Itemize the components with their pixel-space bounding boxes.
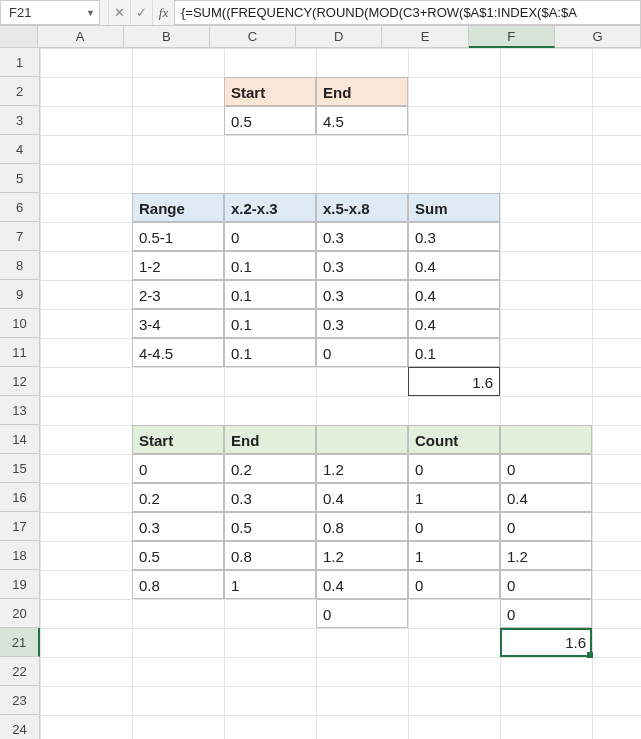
cell-E7[interactable]: 0.3: [408, 222, 500, 251]
cell-B15[interactable]: 0: [132, 454, 224, 483]
cell-E11[interactable]: 0.1: [408, 338, 500, 367]
row-header-15[interactable]: 15: [0, 454, 40, 483]
cell-C17[interactable]: 0.5: [224, 512, 316, 541]
cell-B7[interactable]: 0.5-1: [132, 222, 224, 251]
cell-F15[interactable]: 0: [500, 454, 592, 483]
cell-D8[interactable]: 0.3: [316, 251, 408, 280]
row-header-19[interactable]: 19: [0, 570, 40, 599]
row-header-3[interactable]: 3: [0, 106, 40, 135]
row-header-12[interactable]: 12: [0, 367, 40, 396]
cell-C11[interactable]: 0.1: [224, 338, 316, 367]
row-header-8[interactable]: 8: [0, 251, 40, 280]
row-header-7[interactable]: 7: [0, 222, 40, 251]
row-header-4[interactable]: 4: [0, 135, 40, 164]
cell-D17[interactable]: 0.8: [316, 512, 408, 541]
row-header-22[interactable]: 22: [0, 657, 40, 686]
cell-D14[interactable]: [316, 425, 408, 454]
cell-D11[interactable]: 0: [316, 338, 408, 367]
cell-F17[interactable]: 0: [500, 512, 592, 541]
cell-E6[interactable]: Sum: [408, 193, 500, 222]
cell-E15[interactable]: 0: [408, 454, 500, 483]
dropdown-icon[interactable]: ▼: [86, 8, 95, 18]
cell-B14[interactable]: Start: [132, 425, 224, 454]
row-header-23[interactable]: 23: [0, 686, 40, 715]
cell-C16[interactable]: 0.3: [224, 483, 316, 512]
row-header-2[interactable]: 2: [0, 77, 40, 106]
col-header-D[interactable]: D: [296, 26, 382, 48]
cell-D6[interactable]: x.5-x.8: [316, 193, 408, 222]
row-header-18[interactable]: 18: [0, 541, 40, 570]
formula-input[interactable]: {=SUM((FREQUENCY(ROUND(MOD(C3+ROW($A$1:I…: [174, 0, 641, 25]
cell-B16[interactable]: 0.2: [132, 483, 224, 512]
col-header-E[interactable]: E: [382, 26, 468, 48]
cell-F14[interactable]: [500, 425, 592, 454]
cell-B19[interactable]: 0.8: [132, 570, 224, 599]
cell-B10[interactable]: 3-4: [132, 309, 224, 338]
col-header-A[interactable]: A: [38, 26, 124, 48]
cell-D19[interactable]: 0.4: [316, 570, 408, 599]
cell-E17[interactable]: 0: [408, 512, 500, 541]
row-header-13[interactable]: 13: [0, 396, 40, 425]
row-header-10[interactable]: 10: [0, 309, 40, 338]
row-header-21[interactable]: 21: [0, 628, 40, 657]
cell-C7[interactable]: 0: [224, 222, 316, 251]
cell-F19[interactable]: 0: [500, 570, 592, 599]
row-header-6[interactable]: 6: [0, 193, 40, 222]
cell-F18[interactable]: 1.2: [500, 541, 592, 570]
cell-D7[interactable]: 0.3: [316, 222, 408, 251]
cell-B8[interactable]: 1-2: [132, 251, 224, 280]
cell-D16[interactable]: 0.4: [316, 483, 408, 512]
insert-function-button[interactable]: fx: [152, 0, 174, 25]
cell-F20[interactable]: 0: [500, 599, 592, 628]
col-header-C[interactable]: C: [210, 26, 296, 48]
cell-B18[interactable]: 0.5: [132, 541, 224, 570]
cell-E12[interactable]: 1.6: [408, 367, 500, 396]
row-header-24[interactable]: 24: [0, 715, 40, 739]
cell-C9[interactable]: 0.1: [224, 280, 316, 309]
cell-B17[interactable]: 0.3: [132, 512, 224, 541]
cell-E14[interactable]: Count: [408, 425, 500, 454]
cell-C19[interactable]: 1: [224, 570, 316, 599]
cell-D10[interactable]: 0.3: [316, 309, 408, 338]
formula-cancel-button[interactable]: ✕: [108, 0, 130, 25]
cell-F21[interactable]: 1.6: [500, 628, 592, 657]
cell-C15[interactable]: 0.2: [224, 454, 316, 483]
cell-D15[interactable]: 1.2: [316, 454, 408, 483]
row-header-16[interactable]: 16: [0, 483, 40, 512]
cell-C6[interactable]: x.2-x.3: [224, 193, 316, 222]
cell-E19[interactable]: 0: [408, 570, 500, 599]
cell-D18[interactable]: 1.2: [316, 541, 408, 570]
row-header-11[interactable]: 11: [0, 338, 40, 367]
cell-C2[interactable]: Start: [224, 77, 316, 106]
col-header-G[interactable]: G: [555, 26, 641, 48]
row-header-20[interactable]: 20: [0, 599, 40, 628]
cell-E8[interactable]: 0.4: [408, 251, 500, 280]
cell-B6[interactable]: Range: [132, 193, 224, 222]
cell-C8[interactable]: 0.1: [224, 251, 316, 280]
cell-B9[interactable]: 2-3: [132, 280, 224, 309]
row-header-9[interactable]: 9: [0, 280, 40, 309]
cell-D3[interactable]: 4.5: [316, 106, 408, 135]
cell-E18[interactable]: 1: [408, 541, 500, 570]
cell-E16[interactable]: 1: [408, 483, 500, 512]
name-box[interactable]: F21 ▼: [0, 0, 100, 25]
cell-C3[interactable]: 0.5: [224, 106, 316, 135]
cell-E10[interactable]: 0.4: [408, 309, 500, 338]
cell-grid[interactable]: Start End 0.5 4.5 Range x.2-x.3 x.5-x.8 …: [40, 48, 641, 739]
formula-enter-button[interactable]: ✓: [130, 0, 152, 25]
cell-D20[interactable]: 0: [316, 599, 408, 628]
cell-C10[interactable]: 0.1: [224, 309, 316, 338]
col-header-F[interactable]: F: [469, 26, 555, 48]
cell-C18[interactable]: 0.8: [224, 541, 316, 570]
cell-D9[interactable]: 0.3: [316, 280, 408, 309]
row-header-5[interactable]: 5: [0, 164, 40, 193]
cell-B11[interactable]: 4-4.5: [132, 338, 224, 367]
cell-C14[interactable]: End: [224, 425, 316, 454]
col-header-B[interactable]: B: [124, 26, 210, 48]
cell-D2[interactable]: End: [316, 77, 408, 106]
cell-F16[interactable]: 0.4: [500, 483, 592, 512]
select-all-corner[interactable]: [0, 26, 38, 48]
row-header-1[interactable]: 1: [0, 48, 40, 77]
cell-E9[interactable]: 0.4: [408, 280, 500, 309]
row-header-17[interactable]: 17: [0, 512, 40, 541]
